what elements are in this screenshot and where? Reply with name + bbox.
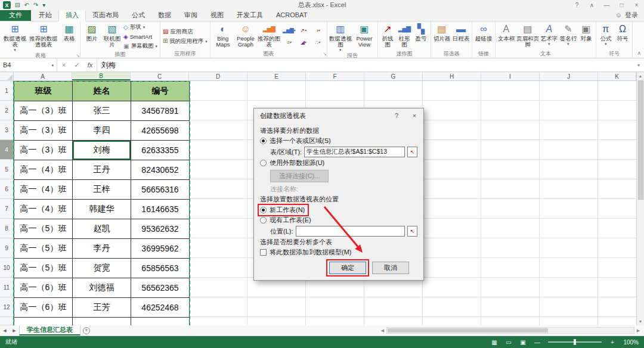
- cancel-entry-button[interactable]: ×: [57, 58, 70, 72]
- column-header-a[interactable]: A: [14, 72, 72, 80]
- maximize-button[interactable]: □: [614, 0, 629, 10]
- cell-c2[interactable]: 34567891: [131, 101, 190, 121]
- close-button[interactable]: ×: [629, 0, 644, 10]
- tab-review[interactable]: 审阅: [178, 10, 204, 21]
- column-header-b[interactable]: B: [72, 72, 131, 80]
- cell-b11[interactable]: 刘德福: [73, 278, 131, 298]
- cell-b13[interactable]: [73, 318, 131, 325]
- radio-new-worksheet[interactable]: 新工作表(N): [260, 206, 306, 215]
- vertical-scroll-thumb[interactable]: [638, 80, 643, 200]
- dialog-launcher-icon[interactable]: ↘: [323, 50, 327, 58]
- name-box[interactable]: B4 ▾: [0, 58, 57, 72]
- shapes-button[interactable]: ◇ 形状 ▾: [122, 23, 159, 32]
- horizontal-scroll-thumb[interactable]: [388, 328, 548, 333]
- sparkline-line-button[interactable]: ↗ 折线图: [379, 23, 396, 50]
- location-input[interactable]: [296, 226, 405, 237]
- sheet-nav-left-icon[interactable]: ◀: [0, 325, 10, 335]
- bar-chart-button[interactable]: ≡▾: [282, 37, 296, 48]
- tab-insert[interactable]: 插入: [58, 9, 86, 21]
- qat-customize-icon[interactable]: ▾: [42, 2, 45, 8]
- view-normal-button[interactable]: ▦: [490, 338, 499, 346]
- dialog-close-button[interactable]: ×: [405, 108, 423, 123]
- radio-on-icon[interactable]: [260, 207, 267, 213]
- cell-c9[interactable]: 36995962: [131, 239, 190, 259]
- zoom-out-button[interactable]: —: [532, 338, 542, 346]
- cell-b7[interactable]: 韩建华: [73, 200, 131, 219]
- tab-developer[interactable]: 开发工具: [230, 10, 270, 21]
- tab-formulas[interactable]: 公式: [125, 10, 151, 21]
- cell-a11[interactable]: 高一（6）班: [14, 278, 73, 298]
- tab-view[interactable]: 视图: [204, 10, 230, 21]
- radio-off-icon[interactable]: [260, 217, 267, 223]
- pie-chart-button[interactable]: ◑▾: [311, 25, 324, 36]
- power-view-button[interactable]: ▣ Power View: [352, 23, 376, 52]
- screenshot-button[interactable]: ▣ 屏幕截图 ▾: [122, 42, 159, 51]
- cell-b5[interactable]: 王丹: [73, 160, 131, 180]
- sheet-nav-right-icon[interactable]: ▶: [10, 325, 19, 335]
- row-header-3[interactable]: 3: [0, 120, 13, 140]
- zoom-slider[interactable]: [548, 341, 602, 343]
- row-header-1[interactable]: 1: [0, 81, 13, 101]
- radio-off-icon[interactable]: [260, 160, 267, 166]
- cell-c8[interactable]: 95362632: [131, 219, 190, 239]
- dialog-help-button[interactable]: ?: [388, 108, 405, 123]
- cell-c5[interactable]: 82430652: [131, 160, 190, 180]
- zoom-in-button[interactable]: +: [608, 338, 617, 346]
- row-header-9[interactable]: 9: [0, 238, 13, 258]
- cancel-button[interactable]: 取消: [372, 262, 409, 274]
- area-chart-button[interactable]: ◢▾: [296, 37, 310, 48]
- cell-b3[interactable]: 李四: [73, 121, 131, 141]
- radio-external-source[interactable]: 使用外部数据源(U): [260, 159, 417, 167]
- cell-a12[interactable]: 高一（6）班: [14, 298, 73, 318]
- save-icon[interactable]: ⊟: [15, 2, 20, 8]
- cell-c3[interactable]: 42655698: [131, 121, 190, 141]
- tab-data[interactable]: 数据: [151, 10, 178, 21]
- column-header-g[interactable]: G: [364, 72, 423, 80]
- text-box-button[interactable]: A 文本框: [497, 23, 516, 50]
- dialog-launcher-icon[interactable]: ↘: [76, 52, 80, 58]
- collapse-ribbon-button[interactable]: ∧: [637, 50, 641, 56]
- sign-in-button[interactable]: ☺ 登录: [609, 11, 644, 21]
- view-page-layout-button[interactable]: ▭: [504, 338, 513, 346]
- row-header-6[interactable]: 6: [0, 179, 13, 199]
- people-graph-button[interactable]: ☺ People Graph: [234, 23, 257, 50]
- select-all-corner[interactable]: [0, 72, 14, 80]
- cell-a8[interactable]: 高一（5）班: [14, 219, 73, 239]
- sheet-tab-active[interactable]: 学生信息汇总表: [19, 325, 80, 335]
- vertical-scrollbar[interactable]: ▲ ▼: [636, 72, 644, 325]
- scroll-right-icon[interactable]: ▶: [634, 328, 642, 333]
- cell-b6[interactable]: 王梓: [73, 180, 131, 200]
- table-button[interactable]: ▦ 表格: [60, 23, 79, 52]
- timeline-button[interactable]: ▬ 日程表: [451, 23, 470, 50]
- undo-icon[interactable]: ↶: [24, 2, 29, 8]
- sparkline-winloss-button[interactable]: ▚ 盈亏: [413, 23, 429, 50]
- row-header-5[interactable]: 5: [0, 160, 13, 179]
- location-range-picker-button[interactable]: ↖: [407, 226, 417, 237]
- radio-select-table-range[interactable]: 选择一个表或区域(S): [260, 136, 417, 145]
- insert-function-button[interactable]: fx: [83, 58, 97, 72]
- range-input[interactable]: 学生信息汇总表!$A$1:$C$13: [304, 147, 405, 157]
- help-button[interactable]: ?: [569, 0, 584, 10]
- table-header-class[interactable]: 班级: [14, 82, 73, 101]
- cell-a9[interactable]: 高一（5）班: [14, 239, 73, 259]
- scatter-chart-button[interactable]: ∴▾: [311, 37, 324, 48]
- row-header-13[interactable]: [0, 317, 13, 325]
- cell-a4[interactable]: 高一（3）班: [14, 141, 73, 160]
- cell-b12[interactable]: 王芳: [73, 298, 131, 318]
- scroll-down-icon[interactable]: ▼: [637, 318, 644, 325]
- cell-c10[interactable]: 65856563: [131, 259, 190, 278]
- cell-c13[interactable]: [131, 318, 190, 325]
- tab-home[interactable]: 开始: [32, 10, 58, 21]
- column-header-c[interactable]: C: [131, 72, 189, 80]
- cell-b2[interactable]: 张三: [73, 101, 131, 121]
- zoom-level[interactable]: 100%: [622, 339, 639, 346]
- object-button[interactable]: ▣ 对象: [578, 23, 595, 50]
- row-header-12[interactable]: 12: [0, 297, 13, 317]
- equation-button[interactable]: π 公式 ▾: [597, 23, 614, 50]
- enter-entry-button[interactable]: ✓: [70, 58, 83, 72]
- cell-c12[interactable]: 46252468: [131, 298, 190, 318]
- column-header-j[interactable]: J: [540, 72, 598, 80]
- my-apps-button[interactable]: ⊞ 我的应用程序 ▾: [162, 37, 209, 46]
- pictures-button[interactable]: ▨ 图片: [82, 23, 102, 51]
- line-chart-button[interactable]: ↗▾: [296, 25, 310, 36]
